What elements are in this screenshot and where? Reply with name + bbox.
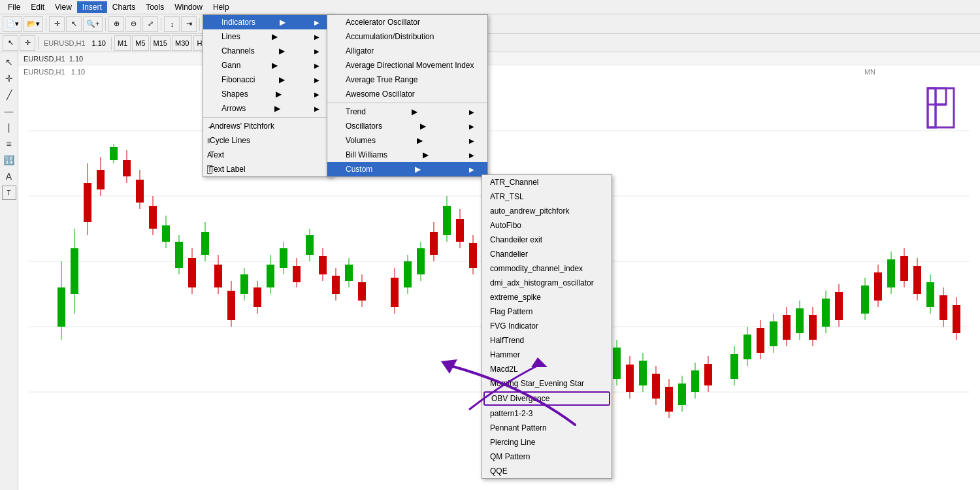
- custom-atr-channel[interactable]: ATR_Channel: [482, 175, 612, 189]
- volumes-label: Volumes: [346, 136, 376, 145]
- custom-hammer[interactable]: Hammer: [482, 348, 612, 362]
- svg-rect-17: [123, 160, 131, 176]
- custom-qm[interactable]: QM Pattern: [482, 449, 612, 464]
- fit-btn[interactable]: ⤢: [142, 16, 158, 32]
- svg-rect-67: [469, 243, 477, 268]
- scroll-end-btn[interactable]: ⇥: [181, 16, 197, 32]
- ind-awesome[interactable]: Awesome Oscillator: [327, 87, 487, 101]
- svg-rect-109: [770, 321, 777, 346]
- ind-accum-dist[interactable]: Accumulation/Distribution: [327, 29, 487, 44]
- open-btn[interactable]: 📂▾: [24, 16, 43, 32]
- shapes-arrow: ▶: [276, 90, 282, 99]
- svg-rect-111: [783, 315, 791, 340]
- svg-rect-51: [345, 265, 353, 281]
- lines-label: Lines: [221, 32, 240, 41]
- tool-fib[interactable]: 🔢: [2, 153, 16, 167]
- ind-oscillators[interactable]: Oscillators ▶: [327, 119, 487, 133]
- menu-lines[interactable]: Lines ▶: [203, 29, 333, 44]
- custom-obv-divergence[interactable]: OBV Divergence: [483, 391, 610, 406]
- menu-cycle-lines[interactable]: ⦀ Cycle Lines: [203, 133, 333, 148]
- custom-piercing[interactable]: Piercing Line: [482, 435, 612, 449]
- custom-qqe[interactable]: QQE: [482, 464, 612, 478]
- svg-rect-91: [639, 361, 647, 385]
- chart-symbol-label: EURUSD,H1: [24, 68, 65, 76]
- menu-help[interactable]: Help: [208, 1, 235, 13]
- crosshair-btn[interactable]: ✛: [49, 16, 65, 32]
- zoom-in-btn[interactable]: 🔍+: [83, 16, 103, 32]
- custom-atr-tsl[interactable]: ATR_TSL: [482, 189, 612, 204]
- svg-rect-31: [214, 265, 222, 287]
- custom-fvg[interactable]: FVG Indicator: [482, 319, 612, 333]
- menu-andrews-pitchfork[interactable]: ⫠ Andrews' Pitchfork: [203, 119, 333, 133]
- menu-divider1: [203, 117, 333, 118]
- tool-hline[interactable]: —: [2, 104, 16, 118]
- menu-tools[interactable]: Tools: [140, 1, 169, 13]
- period-m1[interactable]: M1: [114, 35, 131, 51]
- sep4: [199, 18, 200, 31]
- svg-rect-129: [913, 266, 921, 294]
- menu-file[interactable]: File: [3, 1, 25, 13]
- custom-auto-andrew[interactable]: auto_andrew_pitchfork: [482, 204, 612, 218]
- autoscroll-btn[interactable]: ↕: [164, 16, 180, 32]
- channels-label: Channels: [221, 46, 255, 56]
- menu-window[interactable]: Window: [169, 1, 208, 13]
- svg-rect-45: [306, 235, 314, 255]
- menu-view[interactable]: View: [50, 1, 77, 13]
- custom-flag-pattern[interactable]: Flag Pattern: [482, 304, 612, 319]
- tool-crosshair[interactable]: ✛: [2, 71, 16, 86]
- pointer-btn[interactable]: ↖: [3, 35, 18, 51]
- ind-admi[interactable]: Average Directional Movement Index: [327, 58, 487, 73]
- chart-price: 1.10: [69, 55, 83, 63]
- menu-indicators[interactable]: Indicators ▶: [203, 15, 333, 29]
- period-m15[interactable]: M15: [150, 35, 171, 51]
- custom-pennant[interactable]: Pennant Pattern: [482, 421, 612, 435]
- tool-vline[interactable]: |: [2, 120, 16, 135]
- atr-label: Average True Range: [346, 75, 418, 84]
- tool-label[interactable]: T: [2, 186, 16, 200]
- menu-channels[interactable]: Channels ▶: [203, 44, 333, 58]
- ind-accelerator[interactable]: Accelerator Oscillator: [327, 15, 487, 29]
- period-m5[interactable]: M5: [132, 35, 148, 51]
- menu-insert[interactable]: Insert: [77, 1, 107, 13]
- custom-chandelier[interactable]: Chandelier: [482, 247, 612, 261]
- svg-rect-103: [730, 354, 738, 379]
- custom-extreme-spike[interactable]: extreme_spike: [482, 290, 612, 304]
- menu-edit[interactable]: Edit: [25, 1, 50, 13]
- menu-text[interactable]: A Text: [203, 148, 333, 162]
- ind-atr[interactable]: Average True Range: [327, 73, 487, 87]
- tool-line[interactable]: ╱: [2, 88, 16, 102]
- zoom-in2-btn[interactable]: ⊕: [108, 16, 124, 32]
- menu-gann[interactable]: Gann ▶: [203, 58, 333, 73]
- custom-cci[interactable]: commodity_channel_index: [482, 261, 612, 276]
- menu-text-label[interactable]: T Text Label: [203, 162, 333, 176]
- ind-bill-williams[interactable]: Bill Williams ▶: [327, 148, 487, 162]
- menu-arrows[interactable]: Arrows ▶: [203, 101, 333, 116]
- cyclelines-icon: ⦀: [207, 137, 210, 145]
- indicators-submenu: Accelerator Oscillator Accumulation/Dist…: [327, 14, 488, 177]
- tool-text[interactable]: A: [2, 169, 16, 184]
- zoom-out-btn[interactable]: ⊖: [125, 16, 141, 32]
- period-m30[interactable]: M30: [172, 35, 192, 51]
- new-chart-btn[interactable]: 📄▾: [3, 16, 22, 32]
- ind-alligator[interactable]: Alligator: [327, 44, 487, 58]
- tool-channel[interactable]: ≡: [2, 137, 16, 151]
- custom-morning-star[interactable]: Morning Star_Evening Star: [482, 376, 612, 391]
- ind-trend[interactable]: Trend ▶: [327, 105, 487, 119]
- custom-chandeiler[interactable]: Chandeiler exit: [482, 233, 612, 247]
- custom-halftrend[interactable]: HalfTrend: [482, 333, 612, 348]
- pitchfork-icon: ⫠: [207, 122, 214, 130]
- ind-custom[interactable]: Custom ▶: [327, 162, 487, 176]
- menu-fibonacci[interactable]: Fibonacci ▶: [203, 73, 333, 87]
- svg-rect-27: [188, 258, 196, 287]
- menu-charts[interactable]: Charts: [107, 1, 140, 13]
- crosshair2-btn[interactable]: ✛: [20, 35, 35, 51]
- ind-volumes[interactable]: Volumes ▶: [327, 133, 487, 148]
- custom-pattern123[interactable]: pattern1-2-3: [482, 406, 612, 421]
- custom-dmi-adx[interactable]: dmi_adx_histogram_oscillator: [482, 276, 612, 290]
- tool-cursor[interactable]: ↖: [2, 55, 16, 69]
- custom-autofibo[interactable]: AutoFibo: [482, 218, 612, 233]
- custom-macd2l[interactable]: Macd2L: [482, 362, 612, 376]
- cursor-btn[interactable]: ↖: [66, 16, 82, 32]
- chart-price-label: 1.10: [71, 68, 85, 76]
- menu-shapes[interactable]: Shapes ▶: [203, 87, 333, 101]
